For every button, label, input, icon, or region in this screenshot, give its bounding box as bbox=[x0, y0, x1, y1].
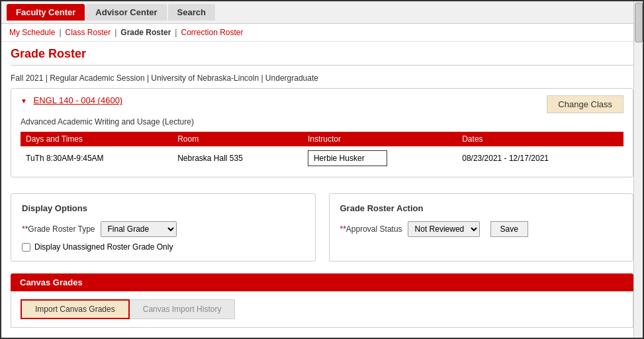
course-link[interactable]: ENGL 140 - 004 (4600) bbox=[34, 95, 123, 105]
correction-roster-link[interactable]: Correction Roster bbox=[181, 28, 243, 37]
cell-instructor: Herbie Husker bbox=[302, 146, 457, 170]
course-subtitle: Advanced Academic Writing and Usage (Lec… bbox=[21, 117, 623, 126]
scrollbar[interactable] bbox=[633, 1, 643, 338]
import-canvas-grades-button[interactable]: Import Canvas Grades bbox=[21, 299, 130, 319]
approval-status-row: **Approval Status Not Reviewed Approved … bbox=[340, 221, 623, 237]
cell-days-times: TuTh 8:30AM-9:45AM bbox=[21, 146, 172, 170]
search-tab[interactable]: Search bbox=[168, 4, 215, 21]
table-row: TuTh 8:30AM-9:45AM Nebraska Hall 535 Her… bbox=[21, 146, 623, 170]
change-class-button[interactable]: Change Class bbox=[547, 95, 623, 113]
sep1: | bbox=[59, 28, 61, 37]
advisor-center-tab[interactable]: Advisor Center bbox=[86, 4, 166, 21]
canvas-import-history-button: Canvas Import History bbox=[130, 299, 236, 319]
sep3: | bbox=[175, 28, 177, 37]
class-card-title-row: ▼ ENGL 140 - 004 (4600) bbox=[21, 95, 122, 105]
cell-room: Nebraska Hall 535 bbox=[172, 146, 302, 170]
top-nav-bar: Faculty Center Advisor Center Search bbox=[1, 1, 643, 24]
sub-nav-bar: My Schedule | Class Roster | Grade Roste… bbox=[1, 24, 643, 42]
page-title: Grade Roster bbox=[11, 47, 633, 66]
faculty-center-tab[interactable]: Faculty Center bbox=[7, 4, 85, 21]
unassigned-roster-label: Display Unassigned Roster Grade Only bbox=[34, 242, 173, 252]
scrollbar-thumb[interactable] bbox=[635, 3, 643, 42]
my-schedule-link[interactable]: My Schedule bbox=[9, 28, 55, 37]
col-dates: Dates bbox=[457, 132, 623, 146]
sep2: | bbox=[115, 28, 116, 37]
save-button[interactable]: Save bbox=[490, 221, 528, 237]
canvas-grades-section-header: Canvas Grades bbox=[11, 273, 633, 291]
class-card-header: ▼ ENGL 140 - 004 (4600) Change Class bbox=[21, 95, 623, 113]
display-options-box: Display Options **Grade Roster Type Fina… bbox=[11, 193, 316, 262]
unassigned-roster-row: Display Unassigned Roster Grade Only bbox=[22, 242, 304, 252]
col-days-times: Days and Times bbox=[21, 132, 172, 146]
grade-roster-action-box: Grade Roster Action **Approval Status No… bbox=[329, 193, 634, 262]
cell-dates: 08/23/2021 - 12/17/2021 bbox=[457, 146, 623, 170]
class-schedule-table: Days and Times Room Instructor Dates TuT… bbox=[21, 132, 623, 170]
display-options-title: Display Options bbox=[22, 203, 304, 213]
course-context-text: Fall 2021 | Regular Academic Session | U… bbox=[11, 73, 633, 83]
approval-status-label: **Approval Status bbox=[340, 224, 402, 234]
canvas-buttons-row: Import Canvas Grades Canvas Import Histo… bbox=[11, 291, 633, 328]
instructor-box: Herbie Husker bbox=[308, 150, 387, 166]
class-roster-link[interactable]: Class Roster bbox=[66, 28, 111, 37]
approval-status-select[interactable]: Not Reviewed Approved Posted bbox=[408, 221, 480, 237]
grade-roster-type-label: **Grade Roster Type bbox=[22, 224, 95, 234]
page-title-section: Grade Roster bbox=[1, 42, 643, 73]
unassigned-roster-checkbox[interactable] bbox=[22, 243, 30, 252]
col-instructor: Instructor bbox=[302, 132, 457, 146]
grade-roster-type-select[interactable]: Final Grade Midterm Grade bbox=[101, 221, 177, 237]
course-context: Fall 2021 | Regular Academic Session | U… bbox=[1, 73, 643, 83]
col-room: Room bbox=[172, 132, 302, 146]
collapse-icon[interactable]: ▼ bbox=[21, 97, 27, 105]
grade-roster-action-title: Grade Roster Action bbox=[340, 203, 623, 213]
options-row: Display Options **Grade Roster Type Fina… bbox=[1, 187, 643, 268]
class-card: ▼ ENGL 140 - 004 (4600) Change Class Adv… bbox=[11, 88, 633, 177]
grade-roster-type-row: **Grade Roster Type Final Grade Midterm … bbox=[22, 221, 304, 237]
grade-roster-link: Grade Roster bbox=[120, 28, 171, 37]
